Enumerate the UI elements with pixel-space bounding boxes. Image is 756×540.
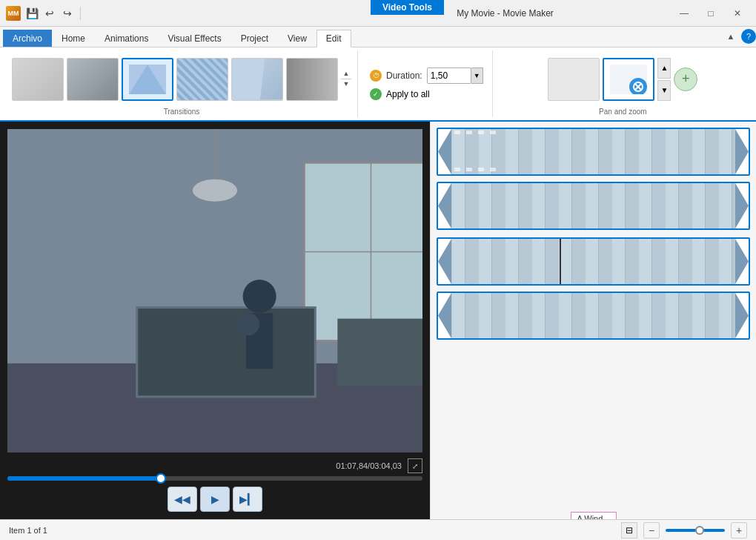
title-bar: MM 💾 ↩ ↪ My Movie - Movie Maker Video To… — [0, 0, 756, 27]
apply-all-label: Apply to all — [386, 89, 430, 99]
window-controls: — □ ✕ — [672, 3, 750, 24]
svg-point-17 — [243, 280, 276, 313]
status-bar: Item 1 of 1 ⊟ − + — [0, 519, 756, 540]
pan-zoom-scroll-down[interactable]: ▼ — [657, 80, 671, 101]
rewind-button[interactable]: ◀◀ — [168, 487, 197, 512]
video-controls: 01:07,84/03:04,03 ⤢ ◀◀ ▶ ▶▎ — [7, 458, 422, 512]
timeline: A Wind... — [430, 122, 756, 519]
clip-right-arrow-1 — [735, 129, 749, 174]
zoom-slider[interactable] — [666, 529, 725, 532]
svg-rect-16 — [137, 308, 316, 397]
timestamp: 01:07,84/03:04,03 — [336, 461, 402, 470]
app-logo: MM — [6, 6, 21, 21]
help-button[interactable]: ? — [741, 29, 756, 44]
maximize-button[interactable]: □ — [698, 3, 723, 24]
main-area: Un momento... 01:07,84/03:04,03 ⤢ ◀◀ ▶ — [0, 122, 756, 519]
help-arrow-icon[interactable]: ▲ — [723, 29, 738, 44]
title-bar-left: MM 💾 ↩ ↪ — [6, 5, 339, 22]
clip-film-1 — [438, 129, 749, 174]
playhead-line — [560, 237, 561, 286]
transition-thumb-4[interactable] — [176, 58, 228, 101]
timeline-clip-1[interactable] — [437, 128, 750, 176]
transition-thumb-3-selected[interactable] — [122, 58, 173, 101]
pan-zoom-section: ▲ ▼ + Pan and zoom — [496, 50, 750, 117]
clip-left-arrow-1 — [438, 129, 451, 174]
video-canvas[interactable]: Un momento... — [7, 129, 422, 452]
clip-2-group: A Wind... — [437, 182, 750, 231]
timeline-clip-2[interactable] — [437, 182, 750, 230]
zoom-in-button[interactable]: + — [731, 522, 747, 539]
duration-row: ⏱ Duration: 1,50 ▼ — [370, 68, 483, 84]
duration-label: Duration: — [386, 70, 422, 81]
title-clip-label[interactable]: A Wind... — [570, 512, 616, 519]
undo-button[interactable]: ↩ — [42, 5, 58, 22]
clip-content-1 — [451, 129, 735, 174]
pan-zoom-thumb-1[interactable] — [548, 58, 600, 101]
apply-all-button[interactable]: ✓ Apply to all — [370, 88, 483, 100]
pan-zoom-thumb-2-active[interactable] — [603, 58, 654, 101]
video-scene: Un momento... — [7, 129, 422, 452]
tab-visual-effects[interactable]: Visual Effects — [158, 30, 231, 47]
video-preview: Un momento... 01:07,84/03:04,03 ⤢ ◀◀ ▶ — [0, 122, 430, 519]
save-button[interactable]: 💾 — [24, 5, 40, 22]
zoom-out-button[interactable]: − — [643, 522, 660, 539]
checkmark-icon: ✓ — [370, 88, 382, 100]
timeline-view-button[interactable]: ⊟ — [621, 522, 637, 539]
transition-thumb-2[interactable] — [67, 58, 119, 101]
duration-section: ⏱ Duration: 1,50 ▼ ✓ Apply to all — [361, 50, 493, 117]
tab-archivo[interactable]: Archivo — [3, 30, 52, 47]
tab-view[interactable]: View — [278, 30, 316, 47]
tab-project[interactable]: Project — [231, 30, 278, 47]
separator — [80, 7, 81, 20]
playback-controls: ◀◀ ▶ ▶▎ — [7, 487, 422, 512]
pan-zoom-label: Pan and zoom — [599, 108, 647, 117]
duration-dropdown[interactable]: ▼ — [471, 68, 483, 84]
transition-thumb-5[interactable] — [231, 58, 283, 101]
transition-scroll[interactable]: ▲ ▼ — [341, 69, 351, 89]
transitions-section: ▲ ▼ Transitions — [6, 50, 358, 117]
tab-edit[interactable]: Edit — [316, 30, 351, 47]
transition-items: ▲ ▼ — [12, 50, 351, 108]
pan-zoom-scroll-up[interactable]: ▲ — [657, 58, 671, 79]
clock-icon: ⏱ — [370, 70, 382, 82]
progress-fill — [7, 476, 161, 481]
forward-button[interactable]: ▶▎ — [233, 487, 262, 512]
tab-animations[interactable]: Animations — [95, 30, 158, 47]
minimize-button[interactable]: — — [672, 3, 697, 24]
add-pan-zoom-button[interactable]: + — [674, 68, 697, 91]
zoom-thumb[interactable] — [695, 526, 704, 535]
pan-zoom-items: ▲ ▼ + — [548, 50, 697, 108]
svg-point-21 — [193, 180, 237, 202]
svg-point-19 — [237, 313, 259, 335]
progress-bar[interactable] — [7, 476, 422, 481]
progress-thumb[interactable] — [156, 473, 166, 484]
status-right: ⊟ − + — [621, 522, 747, 539]
timeline-scroll[interactable]: A Wind... — [431, 122, 756, 519]
pan-zoom-svg — [610, 65, 647, 94]
duration-control: 1,50 ▼ — [427, 68, 483, 84]
video-scene-svg — [7, 129, 422, 452]
ribbon-tabs: Archivo Home Animations Visual Effects P… — [0, 27, 756, 47]
transitions-label: Transitions — [164, 108, 200, 117]
title-bar-tools: 💾 ↩ ↪ — [24, 5, 76, 22]
fullscreen-button[interactable]: ⤢ — [408, 458, 422, 473]
play-button[interactable]: ▶ — [200, 487, 230, 512]
duration-input[interactable]: 1,50 — [427, 68, 471, 84]
transition-thumb-1[interactable] — [12, 58, 64, 101]
ribbon-content: ▲ ▼ Transitions ⏱ Duration: 1,50 ▼ ✓ App… — [0, 47, 756, 122]
redo-button[interactable]: ↪ — [59, 5, 76, 22]
timeline-clip-3[interactable] — [437, 237, 750, 286]
close-button[interactable]: ✕ — [725, 3, 750, 24]
transition-thumb-6[interactable] — [286, 58, 338, 101]
video-tools-tab[interactable]: Video Tools — [371, 0, 444, 15]
tab-home[interactable]: Home — [52, 30, 95, 47]
time-display: 01:07,84/03:04,03 ⤢ — [7, 458, 422, 473]
svg-rect-15 — [337, 319, 422, 386]
status-text: Item 1 of 1 — [9, 526, 47, 535]
transition-svg — [129, 65, 166, 94]
timeline-clip-4[interactable] — [437, 292, 750, 340]
pan-zoom-extra-controls: ▲ ▼ — [657, 58, 671, 101]
